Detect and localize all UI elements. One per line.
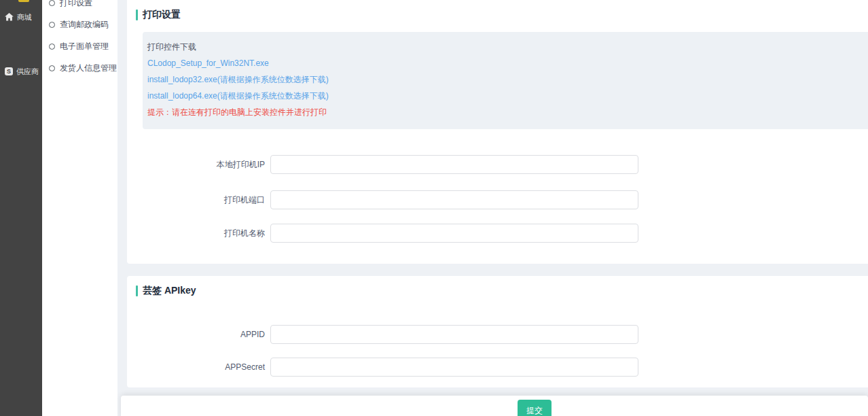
- circle-bullet-icon: [49, 44, 55, 50]
- secondary-sidebar: 打印设置 查询邮政编码 电子面单管理 发货人信息管理: [42, 0, 117, 416]
- circle-bullet-icon: [49, 22, 55, 28]
- sidebar-item-supplier[interactable]: S 供应商: [0, 64, 42, 79]
- menu-item-label: 查询邮政编码: [60, 19, 109, 31]
- circle-bullet-icon: [49, 65, 55, 71]
- menu-item-label: 发货人信息管理: [60, 63, 117, 74]
- printer-port-label: 打印机端口: [127, 194, 270, 206]
- print-settings-card: 打印设置 打印控件下载 CLodop_Setup_for_Win32NT.exe…: [127, 0, 868, 264]
- download-link-clodop[interactable]: CLodop_Setup_for_Win32NT.exe: [147, 55, 868, 71]
- circle-bullet-icon: [49, 0, 55, 6]
- menu-item-label: 电子面单管理: [60, 41, 109, 52]
- submit-bar: 提交: [121, 396, 868, 416]
- printer-name-input[interactable]: [270, 224, 638, 243]
- download-link-lodop32[interactable]: install_lodop32.exe(请根据操作系统位数选择下载): [147, 71, 868, 88]
- menu-item-ewaybill-management[interactable]: 电子面单管理: [42, 35, 117, 57]
- printer-ip-label: 本地打印机IP: [127, 159, 270, 171]
- submit-button[interactable]: 提交: [518, 400, 551, 416]
- download-link-lodop64[interactable]: install_lodop64.exe(请根据操作系统位数选择下载): [147, 88, 868, 104]
- appid-input[interactable]: [270, 325, 638, 344]
- home-icon: [5, 13, 14, 21]
- sidebar-item-label: 商城: [17, 12, 32, 22]
- appsecret-label: APPSecret: [127, 362, 270, 372]
- sidebar-item-label: 供应商: [16, 67, 39, 77]
- form-row: APPID: [127, 325, 638, 344]
- install-tip-text: 提示：请在连有打印的电脑上安装控件并进行打印: [147, 104, 868, 120]
- form-row: APPSecret: [127, 358, 638, 377]
- primary-sidebar: 商城 S 供应商: [0, 0, 42, 416]
- accent-bar: [136, 285, 138, 296]
- menu-item-label: 打印设置: [60, 0, 92, 9]
- logo-partial-icon: [18, 0, 29, 2]
- menu-item-shipper-info-management[interactable]: 发货人信息管理: [42, 57, 117, 79]
- appid-label: APPID: [127, 330, 270, 339]
- section-header: 芸签 APIkey: [136, 285, 196, 297]
- accent-bar: [136, 10, 138, 20]
- download-heading: 打印控件下载: [147, 39, 868, 55]
- print-control-download-box: 打印控件下载 CLodop_Setup_for_Win32NT.exe inst…: [143, 32, 868, 129]
- supplier-icon: S: [5, 67, 13, 75]
- form-row: 打印机名称: [127, 224, 638, 243]
- apikey-section-title: 芸签 APIkey: [143, 285, 196, 297]
- printer-port-input[interactable]: [270, 190, 638, 209]
- menu-item-postal-code-query[interactable]: 查询邮政编码: [42, 14, 117, 35]
- printer-name-label: 打印机名称: [127, 228, 270, 239]
- sidebar-item-mall[interactable]: 商城: [0, 10, 42, 24]
- settings-menu: 打印设置 查询邮政编码 电子面单管理 发货人信息管理: [42, 0, 117, 79]
- section-header: 打印设置: [136, 9, 181, 21]
- menu-item-print-settings[interactable]: 打印设置: [42, 0, 117, 14]
- page-title: 打印设置: [143, 9, 181, 21]
- apikey-card: 芸签 APIkey APPID APPSecret: [127, 276, 868, 387]
- printer-ip-input[interactable]: [270, 155, 638, 174]
- form-row: 打印机端口: [127, 190, 638, 209]
- form-row: 本地打印机IP: [127, 155, 638, 174]
- appsecret-input[interactable]: [270, 358, 638, 377]
